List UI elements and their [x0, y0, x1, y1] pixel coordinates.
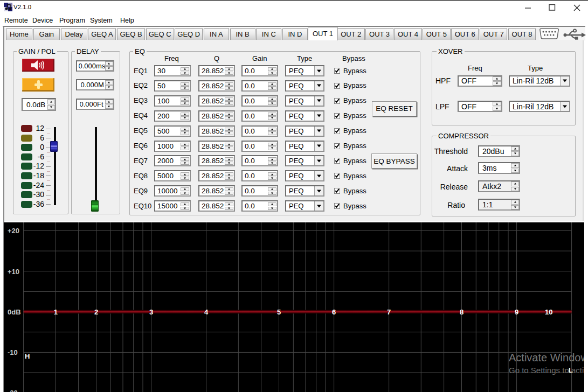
svg-text:0dB: 0dB	[8, 308, 21, 316]
svg-text:8: 8	[460, 308, 464, 316]
svg-text:4: 4	[204, 308, 209, 316]
svg-text:1: 1	[54, 308, 58, 316]
svg-text:-20: -20	[8, 389, 18, 392]
svg-text:10: 10	[545, 308, 552, 316]
svg-text:3: 3	[149, 308, 153, 316]
svg-text:-10: -10	[8, 348, 18, 356]
svg-text:5: 5	[277, 308, 281, 316]
svg-text:2: 2	[94, 308, 98, 316]
svg-text:H: H	[25, 352, 30, 360]
svg-text:+20: +20	[8, 227, 19, 235]
svg-text:7: 7	[387, 308, 391, 316]
svg-text:+10: +10	[8, 268, 19, 276]
svg-text:6: 6	[332, 308, 336, 316]
svg-text:9: 9	[515, 308, 518, 316]
